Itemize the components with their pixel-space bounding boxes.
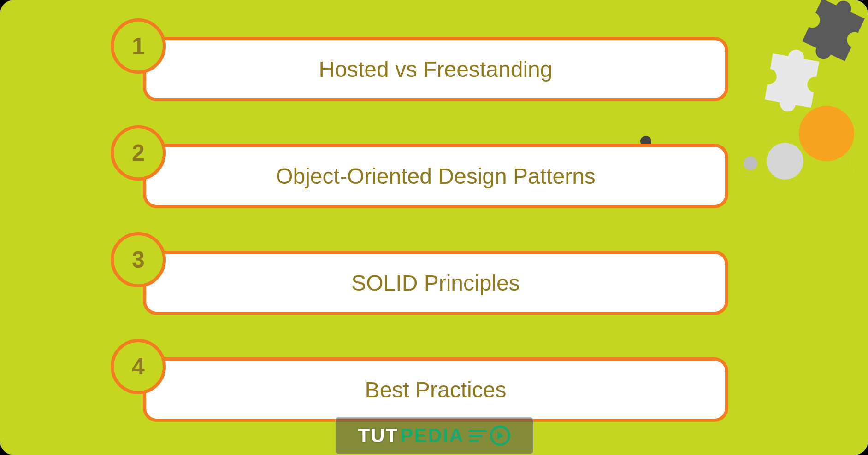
slide: 1 Hosted vs Freestanding 2 Object-Orient… [0,0,868,455]
deco-circle-grey-large [767,143,803,180]
agenda-title: SOLID Principles [143,251,728,315]
deco-ring-pattern [730,92,868,230]
agenda-number-badge: 2 [111,125,166,181]
logo-text-pedia: PEDIA [400,425,464,447]
puzzle-piece-dark-icon [781,0,868,82]
agenda-title: Best Practices [143,357,728,422]
puzzle-piece-light-icon [747,35,838,126]
logo-speed-lines-icon [469,430,486,442]
agenda-item-1: 1 Hosted vs Freestanding [111,18,728,101]
agenda-item-2: 2 Object-Oriented Design Patterns [111,125,728,208]
deco-circle-orange [799,106,854,161]
logo-text-tut: TUT [358,425,398,447]
agenda-number-badge: 3 [111,232,166,287]
play-icon [490,426,510,446]
agenda-list: 1 Hosted vs Freestanding 2 Object-Orient… [111,18,728,422]
agenda-number-badge: 1 [111,18,166,74]
agenda-item-3: 3 SOLID Principles [111,232,728,315]
deco-circle-grey-small [744,157,757,170]
watermark-logo: TUT PEDIA [335,417,533,454]
agenda-number-badge: 4 [111,339,166,394]
agenda-item-4: 4 Best Practices [111,339,728,422]
agenda-title: Object-Oriented Design Patterns [143,144,728,208]
agenda-title: Hosted vs Freestanding [143,37,728,101]
